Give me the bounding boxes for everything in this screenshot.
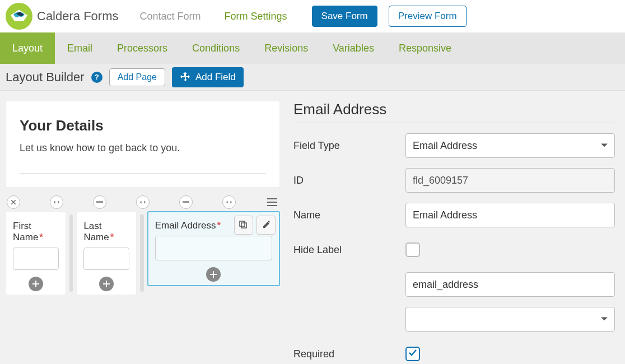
field-type-select[interactable] bbox=[405, 133, 615, 158]
collapse-col-1-icon[interactable] bbox=[93, 195, 106, 209]
column-divider[interactable] bbox=[69, 214, 73, 292]
hide-label-checkbox[interactable]: ✓ bbox=[405, 242, 420, 257]
duplicate-field-icon[interactable] bbox=[234, 216, 253, 235]
section-subtext: Let us know how to get back to you. bbox=[20, 142, 266, 154]
brand: Caldera Forms bbox=[6, 3, 126, 30]
label-name: Name bbox=[293, 209, 400, 221]
tab-contact-form[interactable]: Contact Form bbox=[129, 0, 211, 32]
settings-title: Email Address bbox=[293, 101, 615, 123]
nav-responsive[interactable]: Responsive bbox=[386, 32, 464, 64]
label-hide-label: Hide Label bbox=[293, 244, 400, 256]
nav-revisions[interactable]: Revisions bbox=[252, 32, 320, 64]
sub-nav: Layout Email Processors Conditions Revis… bbox=[0, 32, 625, 64]
save-form-button[interactable]: Save Form bbox=[312, 6, 377, 27]
brand-text: Caldera Forms bbox=[37, 9, 118, 24]
layout-toolbar: Layout Builder ? Add Page Add Field bbox=[0, 64, 625, 91]
field-first-name[interactable]: First Name* bbox=[6, 211, 66, 295]
svg-rect-5 bbox=[267, 205, 277, 206]
svg-rect-1 bbox=[96, 202, 103, 203]
caldera-logo-icon bbox=[6, 3, 32, 30]
section-header-block: Your Details Let us know how to get back… bbox=[6, 101, 280, 188]
collapse-col-2-icon[interactable] bbox=[179, 195, 193, 209]
split-col-2-icon[interactable] bbox=[136, 195, 150, 209]
svg-rect-6 bbox=[241, 223, 246, 228]
move-icon bbox=[180, 72, 191, 83]
nav-processors[interactable]: Processors bbox=[105, 32, 180, 64]
split-col-3-icon[interactable] bbox=[222, 195, 236, 209]
row-controls bbox=[6, 195, 280, 209]
field-id-input bbox=[405, 168, 615, 193]
svg-rect-2 bbox=[183, 202, 189, 203]
field-row: First Name* Last Name* bbox=[6, 211, 280, 295]
field-placeholder-input bbox=[83, 248, 129, 270]
field-last-name[interactable]: Last Name* bbox=[76, 211, 137, 295]
add-field-below-icon[interactable] bbox=[29, 277, 43, 291]
layout-builder-title: Layout Builder bbox=[6, 70, 85, 85]
field-settings-panel: Email Address Field Type ID Name Hide L bbox=[293, 101, 619, 364]
top-bar: Caldera Forms Contact Form Form Settings… bbox=[0, 0, 625, 32]
split-col-1-icon[interactable] bbox=[50, 195, 63, 209]
svg-rect-4 bbox=[267, 202, 277, 203]
field-label: First Name* bbox=[13, 221, 59, 243]
field-slug-input[interactable] bbox=[405, 272, 615, 297]
column-divider[interactable] bbox=[140, 214, 144, 292]
field-extra-select[interactable] bbox=[405, 307, 615, 332]
add-page-button[interactable]: Add Page bbox=[109, 68, 165, 86]
row-menu-icon[interactable] bbox=[265, 195, 279, 209]
required-checkbox[interactable] bbox=[405, 347, 420, 361]
nav-layout[interactable]: Layout bbox=[0, 32, 55, 64]
field-name-input[interactable] bbox=[405, 203, 615, 227]
preview-form-button[interactable]: Preview Form bbox=[389, 6, 467, 27]
add-field-below-icon[interactable] bbox=[99, 277, 114, 291]
add-field-label: Add Field bbox=[195, 72, 236, 83]
field-email-address[interactable]: Email Address* bbox=[147, 211, 280, 286]
tab-form-settings[interactable]: Form Settings bbox=[214, 0, 297, 32]
field-placeholder-input bbox=[155, 236, 272, 260]
add-field-button[interactable]: Add Field bbox=[172, 67, 244, 87]
nav-variables[interactable]: Variables bbox=[320, 32, 386, 64]
help-icon[interactable]: ? bbox=[91, 72, 102, 83]
main-area: Your Details Let us know how to get back… bbox=[0, 91, 625, 364]
label-field-type: Field Type bbox=[293, 140, 400, 152]
form-canvas: Your Details Let us know how to get back… bbox=[6, 101, 280, 364]
label-required: Required bbox=[293, 348, 400, 360]
nav-email[interactable]: Email bbox=[55, 32, 105, 64]
svg-rect-3 bbox=[267, 198, 277, 199]
section-heading: Your Details bbox=[20, 117, 266, 134]
field-placeholder-input bbox=[13, 248, 59, 270]
svg-rect-7 bbox=[240, 221, 245, 226]
field-label: Last Name* bbox=[83, 221, 129, 243]
label-id: ID bbox=[293, 175, 400, 186]
add-field-below-icon[interactable] bbox=[206, 267, 221, 282]
edit-field-icon[interactable] bbox=[256, 216, 276, 235]
nav-conditions[interactable]: Conditions bbox=[180, 32, 252, 64]
remove-row-icon[interactable] bbox=[7, 195, 20, 209]
